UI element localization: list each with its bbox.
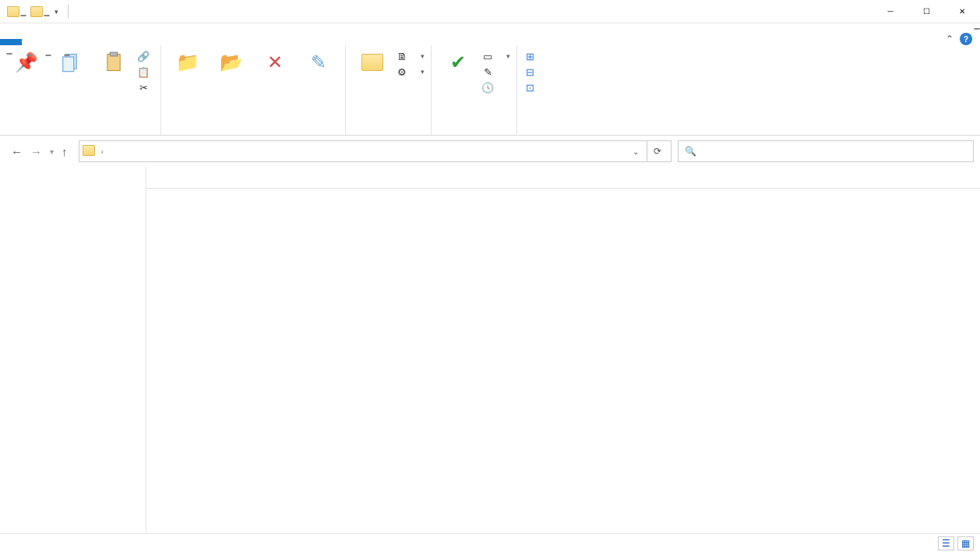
key-hint-1: [20, 15, 26, 16]
titlebar: ▾ ─ ☐ ✕: [0, 0, 980, 23]
file-tab[interactable]: [0, 39, 22, 45]
svg-rect-2: [108, 55, 120, 71]
rename-icon: ✎: [306, 50, 331, 75]
select-all-icon: ⊞: [523, 50, 536, 62]
ribbon-group-new: 🗎▾ ⚙▾: [346, 45, 432, 135]
details-view-icon[interactable]: ☰: [938, 536, 954, 550]
view-tab-key: [64, 55, 70, 56]
cut-button[interactable]: ✂: [137, 81, 154, 94]
new-item-button[interactable]: 🗎▾: [396, 50, 425, 62]
minimize-button[interactable]: ─: [872, 0, 908, 23]
move-icon: 📁: [175, 50, 200, 75]
file-tab-key: [6, 53, 12, 55]
address-dropdown-icon[interactable]: ⌄: [633, 147, 639, 156]
shortcut-icon: 📋: [137, 65, 150, 78]
thumbnails-view-icon[interactable]: ▦: [957, 536, 974, 550]
properties-icon: ✔: [446, 50, 471, 75]
paste-icon: [101, 50, 126, 75]
collapse-ribbon-icon[interactable]: ⌃: [946, 34, 954, 44]
search-icon: 🔍: [685, 146, 696, 157]
copy-to-button[interactable]: 📂: [211, 47, 252, 76]
open-icon: ▭: [481, 50, 494, 62]
invert-icon: ⊡: [523, 81, 536, 94]
copy-path-button[interactable]: 🔗: [137, 50, 154, 62]
main-area: [0, 167, 980, 533]
select-none-icon: ⊟: [523, 65, 536, 78]
home-tab-key: [26, 55, 33, 56]
ribbon-group-open: ✔ ▭▾ ✎ 🕓: [432, 45, 517, 135]
recent-dropdown-icon[interactable]: ▾: [50, 147, 54, 156]
column-headers[interactable]: [146, 167, 980, 189]
delete-icon: ✕: [263, 50, 287, 75]
key-hint-2: [44, 15, 50, 16]
ribbon-group-clipboard: 📌 🔗 📋 ✂: [0, 45, 161, 135]
edit-button[interactable]: ✎: [481, 65, 510, 78]
new-folder-button[interactable]: [352, 47, 393, 76]
forward-button[interactable]: →: [30, 145, 42, 158]
ribbon-tabs: ⌃ ?: [0, 23, 980, 45]
rename-button[interactable]: ✎: [298, 47, 339, 76]
path-icon: 🔗: [137, 50, 150, 62]
history-icon: 🕓: [481, 81, 494, 94]
sidebar[interactable]: [0, 167, 146, 533]
svg-rect-3: [110, 52, 117, 56]
move-to-button[interactable]: 📁: [167, 47, 208, 76]
invert-selection-button[interactable]: ⊡: [523, 81, 541, 94]
pin-icon: 📌: [14, 50, 39, 75]
maximize-button[interactable]: ☐: [908, 0, 944, 23]
paste-shortcut-button[interactable]: 📋: [137, 65, 154, 78]
address-folder-icon: [83, 145, 97, 157]
help-icon[interactable]: ?: [960, 33, 972, 45]
back-button[interactable]: ←: [11, 145, 23, 158]
select-all-button[interactable]: ⊞: [523, 50, 541, 62]
close-button[interactable]: ✕: [944, 0, 980, 23]
properties-button[interactable]: ✔: [438, 47, 478, 76]
copy-to-icon: 📂: [219, 50, 244, 75]
share-tab[interactable]: [41, 39, 59, 45]
address-bar[interactable]: › ⌄ ⟳: [79, 140, 672, 162]
edit-icon: ✎: [481, 65, 494, 78]
pin-to-quick-access-button[interactable]: 📌: [6, 47, 47, 76]
easy-access-button[interactable]: ⚙▾: [396, 65, 425, 78]
share-tab-key: [45, 55, 51, 56]
nav-row: ← → ▾ ↑ › ⌄ ⟳ 🔍: [0, 136, 980, 167]
copy-icon: [58, 50, 83, 75]
qat-folder-icon[interactable]: [5, 3, 22, 20]
paste-button[interactable]: [93, 47, 134, 76]
search-input[interactable]: 🔍: [678, 140, 974, 162]
home-tab[interactable]: [22, 39, 41, 45]
copy-button[interactable]: [50, 47, 90, 76]
select-none-button[interactable]: ⊟: [523, 65, 541, 78]
new-folder-icon: [360, 50, 385, 75]
view-tab[interactable]: [59, 39, 78, 45]
ribbon-group-organize: 📁 📂 ✕ ✎: [161, 45, 346, 135]
history-button[interactable]: 🕓: [481, 81, 510, 94]
status-bar: ☰ ▦: [0, 533, 980, 552]
easy-access-icon: ⚙: [396, 65, 408, 78]
refresh-button[interactable]: ⟳: [647, 141, 668, 161]
delete-button[interactable]: ✕: [255, 47, 295, 76]
new-item-icon: 🗎: [396, 50, 408, 62]
content-area: [146, 167, 980, 533]
ribbon: 📌 🔗 📋 ✂ 📁: [0, 45, 980, 136]
ribbon-group-select: ⊞ ⊟ ⊡: [517, 45, 547, 135]
key-hint-e: [974, 28, 980, 30]
scissors-icon: ✂: [137, 81, 150, 94]
open-button[interactable]: ▭▾: [481, 50, 510, 62]
qat-folder-icon-2[interactable]: [28, 3, 45, 20]
up-button[interactable]: ↑: [62, 145, 68, 158]
file-list: [146, 189, 980, 195]
chevron-right-icon[interactable]: ›: [101, 147, 104, 156]
qat-dropdown-icon[interactable]: ▾: [55, 8, 58, 16]
svg-rect-1: [63, 57, 74, 72]
